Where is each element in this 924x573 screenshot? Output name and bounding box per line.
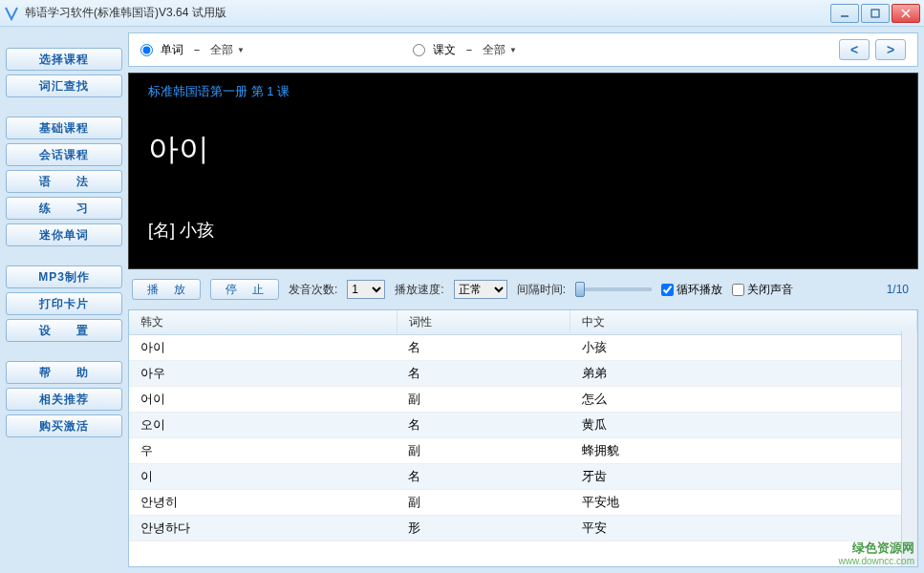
- sidebar-btn-print-cards[interactable]: 打印卡片: [6, 292, 122, 315]
- count-label: 发音次数:: [289, 282, 337, 298]
- table-cell: 名: [397, 413, 569, 438]
- table-cell: 名: [397, 361, 569, 387]
- radio-word[interactable]: 单词: [140, 42, 183, 58]
- sidebar-btn-conversation[interactable]: 会话课程: [6, 143, 122, 166]
- table-cell: 안녕히: [129, 490, 397, 516]
- table-cell: 안녕하다: [129, 516, 397, 541]
- lesson-title: 标准韩国语第一册 第 1 课: [148, 83, 898, 100]
- dropdown-lesson-all[interactable]: 全部: [483, 42, 517, 58]
- prev-button[interactable]: <: [839, 39, 870, 60]
- dropdown-word-all[interactable]: 全部: [210, 42, 245, 58]
- th-chinese[interactable]: 中文: [570, 310, 917, 335]
- table-cell: 怎么: [570, 387, 917, 413]
- korean-word: 아이: [148, 129, 898, 171]
- sidebar-btn-mp3[interactable]: MP3制作: [6, 265, 122, 288]
- table-cell: 우: [129, 438, 397, 464]
- table-row[interactable]: 안녕히副平安地: [129, 490, 917, 516]
- sidebar-btn-mini-vocab[interactable]: 迷你单词: [6, 223, 122, 246]
- sidebar-btn-help[interactable]: 帮 助: [6, 361, 122, 384]
- table-cell: 副: [397, 438, 569, 464]
- filter-bar: 单词 － 全部 课文 － 全部 < >: [128, 32, 918, 67]
- table-cell: 副: [397, 387, 569, 413]
- table-cell: 小孩: [570, 335, 917, 361]
- mute-checkbox[interactable]: 关闭声音: [732, 282, 793, 298]
- table-cell: 形: [397, 516, 569, 541]
- mute-checkbox-input[interactable]: [732, 284, 744, 296]
- th-pos[interactable]: 词性: [397, 310, 569, 335]
- word-meaning: [名] 小孩: [148, 219, 898, 242]
- close-button[interactable]: [892, 4, 920, 23]
- table-cell: 平安地: [570, 490, 917, 516]
- sidebar-btn-settings[interactable]: 设 置: [6, 319, 122, 342]
- table-cell: 副: [397, 490, 569, 516]
- table-row[interactable]: 어이副怎么: [129, 387, 917, 413]
- app-icon: [4, 6, 19, 21]
- speed-select[interactable]: 正常: [454, 280, 507, 299]
- stop-button[interactable]: 停 止: [210, 279, 279, 300]
- table-cell: 蜂拥貌: [570, 438, 917, 464]
- table-cell: 弟弟: [570, 361, 917, 387]
- interval-slider[interactable]: [575, 282, 652, 297]
- sidebar-btn-select-course[interactable]: 选择课程: [6, 48, 122, 71]
- table-row[interactable]: 오이名黄瓜: [129, 413, 917, 438]
- next-button[interactable]: >: [875, 39, 906, 60]
- scrollbar[interactable]: [901, 331, 917, 566]
- vocab-table-wrap: 韩文 词性 中文 아이名小孩아우名弟弟어이副怎么오이名黄瓜우副蜂拥貌이名牙齿안녕…: [128, 309, 918, 567]
- sidebar-btn-grammar[interactable]: 语 法: [6, 170, 122, 193]
- interval-label: 间隔时间:: [517, 282, 566, 298]
- table-cell: 名: [397, 335, 569, 361]
- page-indicator: 1/10: [887, 283, 909, 296]
- vocab-table: 韩文 词性 中文 아이名小孩아우名弟弟어이副怎么오이名黄瓜우副蜂拥貌이名牙齿안녕…: [129, 310, 917, 541]
- table-row[interactable]: 아우名弟弟: [129, 361, 917, 387]
- table-cell: 어이: [129, 387, 397, 413]
- sidebar-btn-vocab-search[interactable]: 词汇查找: [6, 74, 122, 97]
- titlebar: 韩语学习软件(标准韩国语)V3.64 试用版: [0, 0, 924, 27]
- table-row[interactable]: 안녕하다形平安: [129, 516, 917, 541]
- speed-label: 播放速度:: [395, 282, 443, 298]
- radio-word-input[interactable]: [140, 44, 153, 56]
- table-cell: 오이: [129, 413, 397, 438]
- sidebar-btn-basic-course[interactable]: 基础课程: [6, 117, 122, 139]
- controls-bar: 播 放 停 止 发音次数: 1 播放速度: 正常 间隔时间: 循环播放 关闭声音…: [128, 275, 918, 304]
- sidebar: 选择课程 词汇查找 基础课程 会话课程 语 法 练 习 迷你单词 MP3制作 打…: [6, 32, 122, 567]
- table-cell: 아이: [129, 335, 397, 361]
- table-cell: 名: [397, 464, 569, 490]
- minimize-button[interactable]: [830, 4, 859, 23]
- slider-thumb-icon[interactable]: [575, 282, 585, 297]
- sidebar-btn-practice[interactable]: 练 习: [6, 197, 122, 220]
- play-button[interactable]: 播 放: [132, 279, 201, 300]
- loop-checkbox-input[interactable]: [661, 284, 674, 296]
- blackboard: 标准韩国语第一册 第 1 课 아이 [名] 小孩: [128, 73, 918, 269]
- sidebar-btn-recommend[interactable]: 相关推荐: [6, 388, 122, 411]
- table-cell: 黄瓜: [570, 413, 917, 438]
- maximize-button[interactable]: [861, 4, 890, 23]
- table-row[interactable]: 아이名小孩: [129, 335, 917, 361]
- th-korean[interactable]: 韩文: [129, 310, 397, 335]
- table-cell: 아우: [129, 361, 397, 387]
- window-title: 韩语学习软件(标准韩国语)V3.64 试用版: [25, 5, 830, 21]
- window-controls: [830, 4, 920, 23]
- table-cell: 平安: [570, 516, 917, 541]
- main-area: 单词 － 全部 课文 － 全部 < > 标准韩国语第一册 第 1 课 아이 [名…: [128, 32, 918, 567]
- table-row[interactable]: 이名牙齿: [129, 464, 917, 490]
- table-cell: 이: [129, 464, 397, 490]
- svg-rect-1: [871, 10, 879, 17]
- loop-checkbox[interactable]: 循环播放: [661, 282, 722, 298]
- sidebar-btn-buy-activate[interactable]: 购买激活: [6, 414, 122, 437]
- table-cell: 牙齿: [570, 464, 917, 490]
- count-select[interactable]: 1: [347, 280, 385, 299]
- radio-lesson[interactable]: 课文: [413, 42, 456, 58]
- table-row[interactable]: 우副蜂拥貌: [129, 438, 917, 464]
- radio-lesson-input[interactable]: [413, 44, 425, 56]
